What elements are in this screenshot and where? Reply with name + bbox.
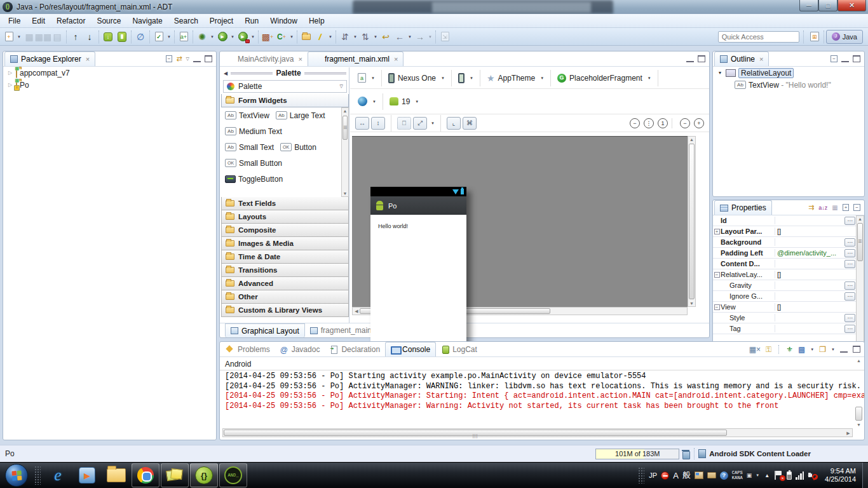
clear-console-icon[interactable]: ▦× bbox=[749, 345, 761, 354]
api-selector[interactable]: 19▼ bbox=[387, 94, 421, 109]
prev-annotation-icon[interactable]: ⇅ bbox=[358, 30, 372, 44]
expand-arrow-icon[interactable]: ▷ bbox=[7, 82, 13, 88]
console-view-tab[interactable]: LogCat bbox=[436, 342, 482, 356]
new-package-icon[interactable]: ▩+ bbox=[261, 30, 275, 44]
expander-icon[interactable] bbox=[714, 217, 720, 223]
palette-widget[interactable]: Large Text bbox=[276, 111, 329, 120]
expander-icon[interactable] bbox=[714, 293, 720, 299]
java-perspective-button[interactable]: J Java bbox=[826, 30, 863, 44]
outline-overlay-toggle[interactable]: ⌞ bbox=[447, 117, 461, 130]
fill-height-toggle[interactable]: ↕ bbox=[371, 117, 385, 130]
notes-taskbar-button[interactable] bbox=[161, 463, 189, 487]
zoom-in-icon[interactable]: + bbox=[694, 118, 704, 128]
emulator-taskbar-button[interactable]: AND_ bbox=[219, 463, 247, 487]
sort-alpha-icon[interactable]: a↓z bbox=[818, 205, 827, 211]
eclipse-taskbar-button[interactable]: {} bbox=[190, 463, 218, 487]
expander-icon[interactable] bbox=[714, 261, 720, 266]
language-bar-dropdown-icon[interactable]: ▼ bbox=[756, 473, 759, 477]
ime-input-mode[interactable]: A bbox=[673, 471, 679, 480]
debug-dropdown-icon[interactable]: ▼ bbox=[209, 30, 215, 44]
maximize-view-icon[interactable] bbox=[853, 346, 860, 353]
property-browse-button[interactable]: ⋯ bbox=[844, 281, 855, 290]
ime-language-label[interactable]: JP bbox=[649, 471, 657, 479]
palette-widget[interactable]: ToggleButton bbox=[225, 175, 287, 184]
collapse-palette-icon[interactable]: ◀ bbox=[224, 71, 227, 76]
palette-category[interactable]: Transitions bbox=[221, 264, 349, 277]
forward-icon[interactable]: → bbox=[413, 30, 427, 44]
orientation-selector[interactable]: ▼ bbox=[456, 71, 476, 86]
collapse-all-icon[interactable]: − bbox=[166, 55, 173, 62]
display-console-icon[interactable]: ▩ bbox=[798, 345, 805, 354]
volume-muted-icon[interactable] bbox=[808, 471, 818, 480]
palette-widget[interactable]: TextView bbox=[225, 111, 273, 120]
expander-icon[interactable]: + bbox=[714, 229, 720, 234]
new-android-app-icon[interactable]: a+ bbox=[177, 30, 191, 44]
expander-icon[interactable] bbox=[714, 325, 720, 331]
zoom-out-fit-icon[interactable]: − bbox=[630, 118, 640, 128]
expander-icon[interactable] bbox=[714, 282, 720, 288]
action-center-icon[interactable]: × bbox=[775, 471, 783, 480]
project-tree-item[interactable]: ▷ ▩ appcompat_v7 bbox=[3, 67, 216, 79]
expand-dropdown-icon[interactable]: ▼ bbox=[431, 121, 435, 125]
palette-category[interactable]: Custom & Library Views bbox=[221, 304, 349, 317]
start-button[interactable] bbox=[5, 464, 28, 487]
run-last-check-icon[interactable]: ✓ bbox=[152, 30, 166, 44]
palette-category[interactable]: Images & Media bbox=[221, 237, 349, 250]
close-view-icon[interactable]: × bbox=[86, 55, 90, 63]
caps-kana-indicator[interactable]: CAPSKANA bbox=[732, 470, 743, 480]
ime-conversion-mode[interactable]: 般 bbox=[682, 470, 691, 481]
palette-widget[interactable]: Small Text bbox=[225, 143, 278, 152]
menu-item[interactable]: Edit bbox=[26, 15, 51, 27]
palette-category[interactable]: Advanced bbox=[221, 277, 349, 290]
expand-all-icon[interactable]: + bbox=[843, 204, 850, 211]
back-dropdown-icon[interactable]: ▼ bbox=[407, 30, 413, 44]
property-browse-button[interactable]: ⋯ bbox=[844, 260, 855, 268]
palette-dropdown-icon[interactable]: ▽ bbox=[340, 84, 343, 89]
debug-icon[interactable]: ✺ bbox=[195, 30, 209, 44]
menu-item[interactable]: Run bbox=[239, 15, 264, 27]
palette-category[interactable]: Time & Date bbox=[221, 250, 349, 264]
ime-pad-icon[interactable] bbox=[695, 471, 703, 479]
hello-world-text[interactable]: Hello world! bbox=[370, 215, 466, 229]
save-icon[interactable]: ▦ bbox=[22, 30, 36, 44]
sdk-manager-icon[interactable]: ↓ bbox=[101, 30, 115, 44]
menu-item[interactable]: Window bbox=[264, 15, 303, 27]
menu-item[interactable]: Source bbox=[91, 15, 126, 27]
expand-layout-toggle[interactable]: ⤢ bbox=[413, 117, 427, 130]
locale-selector[interactable]: ▼ bbox=[355, 94, 379, 109]
garbage-collect-icon[interactable] bbox=[682, 449, 690, 459]
print-icon[interactable]: ▤ bbox=[50, 30, 64, 44]
outline-child-item[interactable]: TextView - "Hello world!" bbox=[713, 79, 864, 91]
expand-arrow-icon[interactable]: ▷ bbox=[7, 70, 13, 76]
console-view-tab[interactable]: Problems bbox=[221, 342, 275, 356]
minimize-view-icon[interactable] bbox=[840, 346, 848, 353]
outline-root-item[interactable]: ▾ RelativeLayout bbox=[713, 67, 864, 79]
scroll-lock-icon[interactable]: ⚿ bbox=[766, 345, 771, 354]
expander-icon[interactable] bbox=[714, 250, 720, 255]
prev-annotation-dropdown-icon[interactable]: ▼ bbox=[372, 30, 379, 44]
maximize-view-icon[interactable] bbox=[205, 55, 212, 62]
palette-category[interactable]: Layouts bbox=[221, 210, 349, 224]
zoom-fit-icon[interactable]: ⋮ bbox=[644, 118, 654, 128]
canvas-vscrollbar[interactable]: ▲ ▼ bbox=[688, 136, 696, 307]
quick-access-input[interactable] bbox=[718, 31, 799, 43]
menu-item[interactable]: Search bbox=[168, 15, 204, 27]
theme-selector[interactable]: ★AppTheme▼ bbox=[484, 71, 546, 86]
collapse-all-icon[interactable]: − bbox=[853, 204, 860, 211]
last-edit-location-icon[interactable]: ↩ bbox=[379, 30, 393, 44]
palette-category[interactable]: Other bbox=[221, 290, 349, 304]
menu-item[interactable]: Navigate bbox=[126, 15, 168, 27]
ime-status-icon[interactable] bbox=[661, 471, 669, 480]
package-explorer-tab[interactable]: Package Explorer × bbox=[4, 51, 95, 66]
open-perspective-icon[interactable]: ⊞ bbox=[808, 30, 822, 44]
zoom-100-icon[interactable]: 1 bbox=[658, 118, 668, 128]
console-view-tab[interactable]: Console bbox=[385, 342, 436, 356]
property-value[interactable]: [] bbox=[775, 271, 844, 278]
menu-item[interactable]: Refactor bbox=[51, 15, 91, 27]
fragment-selector[interactable]: GPlaceholderFragment▼ bbox=[555, 71, 654, 86]
property-browse-button[interactable]: ⋯ bbox=[844, 292, 855, 301]
display-console-dropdown-icon[interactable]: ▼ bbox=[810, 348, 814, 351]
run-icon[interactable]: ▶ bbox=[215, 30, 229, 44]
close-button[interactable]: ✕ bbox=[837, 0, 866, 11]
console-hscrollbar[interactable]: ||| ▶ bbox=[222, 428, 853, 437]
